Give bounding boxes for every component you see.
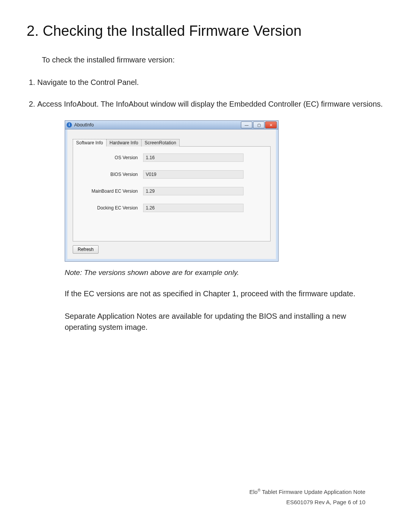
tab-screenrotation[interactable]: ScreenRotation [141,139,180,147]
field-row-docking-ec-version: Docking EC Version 1.26 [77,204,266,212]
paragraph: Separate Application Notes are available… [65,311,377,333]
brand-name: Elo [249,489,258,495]
footer-title-suffix: Tablet Firmware Update Application Note [260,489,365,495]
field-row-os-version: OS Version 1.16 [77,153,266,162]
intro-text: To check the installed firmware version: [42,54,377,66]
field-label: Docking EC Version [77,205,143,211]
field-value: V019 [143,170,244,179]
section-heading: 2. Checking the Installed Firmware Versi… [27,23,384,39]
field-value: 1.29 [143,187,244,195]
field-row-bios-version: BIOS Version V019 [77,170,266,179]
paragraph: If the EC versions are not as specified … [65,288,377,299]
tab-software-info[interactable]: Software Info [73,139,107,147]
refresh-button[interactable]: Refresh [73,245,99,254]
window-title: AboutInfo [74,122,94,128]
footer-revision: ES601079 Rev A, Page 6 of 10 [249,499,365,505]
field-label: BIOS Version [77,172,143,177]
window-controls: — ▢ ✕ [240,121,277,128]
minimize-button[interactable]: — [241,121,252,128]
aboutinfo-window: i AboutInfo — ▢ ✕ Software Info Hardware… [65,120,279,262]
field-label: OS Version [77,155,143,160]
tab-strip: Software Info Hardware Info ScreenRotati… [73,139,271,147]
info-icon: i [67,122,72,128]
tab-hardware-info[interactable]: Hardware Info [106,139,142,147]
document-page: 2. Checking the Installed Firmware Versi… [0,0,411,532]
example-note: Note: The versions shown above are for e… [65,268,384,277]
tab-panel-software-info: OS Version 1.16 BIOS Version V019 MainBo… [73,147,271,241]
page-footer: Elo® Tablet Firmware Update Application … [249,488,365,505]
field-row-mainboard-ec-version: MainBoard EC Version 1.29 [77,187,266,195]
footer-title: Elo® Tablet Firmware Update Application … [249,488,365,495]
field-value: 1.26 [143,204,244,212]
step-item: Navigate to the Control Panel. [37,77,384,88]
close-button[interactable]: ✕ [265,121,277,128]
window-client-area: Software Info Hardware Info ScreenRotati… [65,129,278,261]
field-label: MainBoard EC Version [77,189,143,194]
steps-list: Navigate to the Control Panel. Access In… [27,77,384,110]
window-titlebar: i AboutInfo — ▢ ✕ [65,121,278,129]
maximize-button[interactable]: ▢ [253,121,264,128]
field-value: 1.16 [143,153,244,162]
step-item: Access InfoAbout. The InfoAbout window w… [37,99,384,110]
